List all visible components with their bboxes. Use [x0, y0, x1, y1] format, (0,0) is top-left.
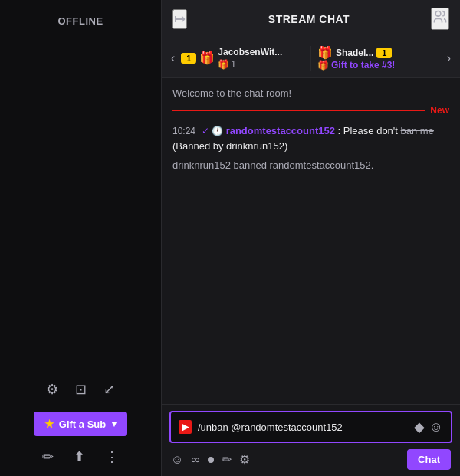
pencil-edit-icon: ✏ — [222, 453, 232, 466]
layout-icon: ⊡ — [75, 381, 87, 398]
back-icon: ↦ — [174, 11, 186, 28]
face-icon: ☺ — [171, 453, 183, 466]
chat-input-area: ▶ ◆ ☺ ☺ ∞ ✏ — [162, 404, 460, 476]
chat-panel: ↦ STREAM CHAT ‹ 1 🎁 JacobsenWit... — [161, 0, 460, 476]
settings-icon-btn[interactable]: ⚙ — [43, 378, 61, 401]
stream-chat-title: STREAM CHAT — [187, 13, 431, 25]
welcome-message: Welcome to the chat room! — [172, 87, 449, 99]
gift-sub-label: Gift a Sub — [59, 419, 106, 430]
chat-send-button[interactable]: Chat — [407, 449, 451, 470]
infinite-icon-btn[interactable]: ∞ — [191, 453, 199, 467]
gift-icon-2: 🎁 — [317, 45, 333, 60]
bottom-actions: ✏ ⬆ ⋮ — [39, 445, 122, 468]
chat-messages: Welcome to the chat room! New 10:24 ✓ 🕐 … — [162, 78, 460, 404]
msg-banned-by: (Banned by drinknrun152) — [172, 140, 288, 152]
expand-icon: ⤢ — [104, 381, 115, 398]
gift-count-1: 🎁 1 — [218, 59, 282, 70]
bookmark-icon-btn[interactable]: ◆ — [414, 419, 425, 435]
video-camera-icon: ▶ — [179, 420, 192, 434]
bottom-icons-row: ⚙ ⊡ ⤢ — [43, 378, 118, 401]
gift-badge-1: 1 — [181, 53, 196, 64]
infinite-icon: ∞ — [191, 453, 199, 466]
bookmark-icon: ◆ — [414, 419, 425, 435]
msg-clock-icon: 🕐 — [212, 126, 225, 136]
chat-message-1: 10:24 ✓ 🕐 randomtestaccount152 : Please … — [172, 123, 449, 153]
footer-left-icons: ☺ ∞ ✏ ⚙ — [171, 452, 250, 467]
cursor-indicator — [208, 457, 214, 463]
users-icon-btn[interactable] — [431, 8, 449, 30]
face-icon-btn[interactable]: ☺ — [171, 453, 183, 467]
gift-take-icon: 🎁 — [317, 60, 329, 71]
new-label: New — [430, 105, 449, 116]
users-icon — [432, 11, 448, 28]
left-panel: OFFLINE ⚙ ⊡ ⤢ ★ Gift a Sub ▾ ✏ ⬆ ⋮ — [0, 0, 161, 476]
chat-input-actions: ◆ ☺ — [414, 419, 443, 435]
chevron-left-icon: ‹ — [171, 51, 175, 64]
msg-text-prefix: : Please don't — [338, 125, 401, 136]
svg-point-0 — [435, 11, 441, 17]
system-message: drinknrun152 banned randomtestaccount152… — [172, 159, 449, 171]
chat-settings-icon: ⚙ — [239, 453, 250, 466]
gift-take-label: 🎁 Gift to take #3! — [317, 60, 395, 71]
gift-item-1: 1 🎁 JacobsenWit... 🎁 1 — [181, 47, 304, 70]
gift-icon-1: 🎁 — [199, 51, 215, 65]
emoji-icon-btn[interactable]: ☺ — [429, 419, 443, 435]
gift-notification-bar: ‹ 1 🎁 JacobsenWit... 🎁 1 🎁 Shadel... 1 🎁 — [162, 38, 460, 78]
chat-footer: ☺ ∞ ✏ ⚙ Chat — [169, 449, 452, 470]
msg-username: randomtestaccount152 — [226, 125, 335, 136]
gift-badge-2: 1 — [376, 48, 392, 58]
emoji-icon: ☺ — [429, 419, 443, 435]
gift-prev-button[interactable]: ‹ — [168, 48, 178, 68]
gift-username-2: Shadel... — [336, 48, 373, 58]
gift-sub-button[interactable]: ★ Gift a Sub ▾ — [34, 412, 127, 436]
star-icon: ★ — [44, 418, 54, 430]
upload-icon: ⬆ — [74, 448, 85, 465]
divider-line — [172, 110, 426, 111]
chat-input-box[interactable]: ▶ ◆ ☺ — [169, 411, 452, 443]
offline-label: OFFLINE — [58, 15, 103, 27]
msg-time: 10:24 — [172, 126, 196, 136]
upload-icon-btn[interactable]: ⬆ — [71, 445, 88, 468]
chat-input[interactable] — [198, 422, 408, 433]
settings-icon: ⚙ — [46, 381, 58, 398]
pencil-icon: ✏ — [42, 448, 54, 465]
gift-item-2: 🎁 Shadel... 1 🎁 Gift to take #3! — [317, 45, 441, 71]
pencil-icon-btn[interactable]: ✏ — [39, 445, 57, 468]
more-icon: ⋮ — [105, 448, 119, 465]
gift-divider — [310, 46, 311, 71]
chevron-down-icon: ▾ — [112, 419, 117, 429]
gift-next-button[interactable]: › — [444, 48, 454, 68]
more-icon-btn[interactable]: ⋮ — [102, 445, 122, 468]
chat-settings-icon-btn[interactable]: ⚙ — [239, 452, 250, 467]
msg-check-icon: ✓ — [202, 126, 209, 136]
back-button[interactable]: ↦ — [172, 9, 187, 29]
msg-text-strikethrough: ban me — [401, 125, 434, 136]
chat-header: ↦ STREAM CHAT — [162, 0, 460, 38]
layout-icon-btn[interactable]: ⊡ — [72, 378, 90, 401]
new-messages-divider: New — [172, 105, 449, 116]
pencil-edit-icon-btn[interactable]: ✏ — [222, 452, 232, 467]
gift-icon-small-1: 🎁 — [218, 59, 229, 70]
chevron-right-icon: › — [447, 51, 451, 64]
expand-icon-btn[interactable]: ⤢ — [100, 378, 118, 401]
gift-username-1: JacobsenWit... — [218, 47, 282, 57]
